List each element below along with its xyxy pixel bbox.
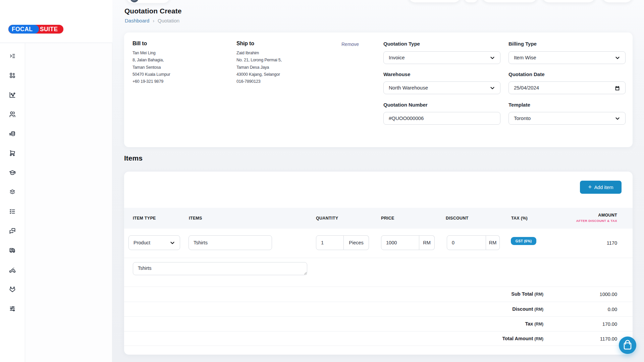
col-amount-title: AMOUNT bbox=[576, 213, 617, 218]
address-line: Tan Mei Ling bbox=[132, 50, 170, 57]
sidebar-item-delivery[interactable] bbox=[0, 260, 25, 280]
col-amount: AMOUNT AFTER DISCOUNT & TAX bbox=[576, 213, 617, 223]
template-label: Template bbox=[508, 102, 530, 108]
address-line: +60 19-321 9879 bbox=[132, 78, 170, 85]
divider bbox=[124, 316, 633, 317]
item-type-select[interactable]: Product bbox=[128, 235, 180, 250]
quotation-create-page: FOCAL SUITE bbox=[0, 0, 644, 362]
address-line: Taman Sentosa bbox=[132, 64, 170, 71]
subtotal-value: 1000.00 bbox=[600, 292, 617, 297]
address-line: 50470 Kuala Lumpur bbox=[132, 71, 170, 78]
add-item-button[interactable]: + Add item bbox=[580, 181, 622, 194]
discount-group: 0 RM bbox=[447, 235, 500, 250]
topbar-button-3[interactable] bbox=[482, 0, 538, 3]
items-section-heading: Items bbox=[124, 154, 143, 162]
sidebar-item-menu[interactable] bbox=[0, 46, 25, 66]
sidebar-item-reports[interactable] bbox=[0, 85, 25, 105]
bike-icon bbox=[9, 266, 16, 273]
divider bbox=[124, 258, 633, 258]
item-description-textarea[interactable] bbox=[133, 262, 307, 275]
stack-layers-icon bbox=[9, 189, 16, 195]
list-check-icon bbox=[9, 208, 16, 215]
logo-word-focal: FOCAL bbox=[12, 25, 33, 34]
col-quantity: QUANTITY bbox=[316, 216, 338, 221]
sidebar-item-dashboard[interactable] bbox=[0, 66, 25, 85]
shopping-bag-icon bbox=[619, 337, 636, 354]
shopping-cart-icon bbox=[9, 150, 16, 157]
divider bbox=[124, 331, 633, 331]
breadcrumb-dashboard-link[interactable]: Dashboard bbox=[125, 18, 149, 23]
topbar-button-2[interactable] bbox=[464, 0, 478, 3]
sidebar-item-messages[interactable] bbox=[0, 221, 25, 241]
sidebar-item-fleet[interactable] bbox=[0, 241, 25, 260]
breadcrumb-current: Quotation bbox=[158, 18, 179, 23]
calendar-icon bbox=[615, 86, 620, 90]
sidebar-item-tasks[interactable] bbox=[0, 202, 25, 221]
users-icon bbox=[9, 111, 16, 118]
quantity-group: 1 Pieces bbox=[316, 235, 369, 250]
ship-to-address: Zaid Ibrahim No. 21, Lorong Permai 5, Ta… bbox=[236, 50, 282, 85]
chevron-down-icon bbox=[490, 86, 494, 90]
total-label-unit: (RM) bbox=[534, 292, 543, 297]
col-item-type: ITEM TYPE bbox=[133, 216, 156, 221]
cell-value: 0 bbox=[452, 240, 454, 245]
quantity-unit-suffix: Pieces bbox=[344, 235, 369, 250]
item-name-input[interactable]: Tshirts bbox=[189, 235, 272, 250]
quantity-input[interactable]: 1 bbox=[316, 235, 344, 250]
user-menu-pill[interactable] bbox=[126, 0, 170, 3]
subtotal-label: Sub Total (RM) bbox=[511, 291, 543, 297]
sidebar-item-stack[interactable] bbox=[0, 182, 25, 202]
discount-input[interactable]: 0 bbox=[447, 235, 486, 250]
total-label-unit: (RM) bbox=[534, 337, 543, 341]
price-input[interactable]: 1000 bbox=[381, 235, 419, 250]
chevron-down-icon bbox=[490, 56, 494, 60]
total-label-text: Discount bbox=[512, 306, 533, 312]
bill-to-heading: Bill to bbox=[132, 41, 147, 47]
items-card: + Add item ITEM TYPE ITEMS QUANTITY PRIC… bbox=[124, 172, 633, 355]
sidebar-item-pos[interactable] bbox=[0, 143, 25, 163]
plus-icon: + bbox=[588, 184, 592, 190]
ambulance-truck-icon bbox=[9, 247, 16, 254]
template-select[interactable]: Toronto bbox=[508, 112, 626, 125]
address-line: 8, Jalan Bahagia, bbox=[132, 57, 170, 64]
col-items: ITEMS bbox=[189, 216, 202, 221]
remove-link[interactable]: Remove bbox=[341, 42, 359, 47]
topbar-button-5[interactable] bbox=[602, 0, 633, 3]
adjustments-sliders-icon bbox=[9, 305, 16, 312]
address-line: No. 21, Lorong Permai 5, bbox=[236, 57, 282, 64]
sidebar-item-gitlab[interactable] bbox=[0, 280, 25, 299]
address-line: Taman Desa Jaya bbox=[236, 64, 282, 71]
chevron-down-icon bbox=[170, 241, 174, 245]
focal-suite-logo[interactable]: FOCAL SUITE bbox=[8, 25, 63, 34]
tax-total-label: Tax (RM) bbox=[525, 321, 543, 326]
total-amount-label: Total Amount (RM) bbox=[502, 336, 543, 341]
topbar-button-4[interactable] bbox=[542, 0, 596, 3]
address-line: 43000 Kajang, Selangor bbox=[236, 71, 282, 78]
warehouse-select[interactable]: North Warehouse bbox=[383, 81, 500, 94]
amount-value: 1170 bbox=[607, 240, 617, 246]
quotation-type-select[interactable]: Invoice bbox=[383, 51, 500, 64]
col-amount-subnote: AFTER DISCOUNT & TAX bbox=[576, 219, 617, 223]
quotation-date-input[interactable]: 25/04/2024 bbox=[508, 81, 626, 94]
billing-type-select[interactable]: Item Wise bbox=[508, 51, 626, 64]
warehouse-label: Warehouse bbox=[383, 71, 410, 77]
messages-icon bbox=[9, 228, 16, 234]
sidebar-panel bbox=[25, 43, 112, 362]
page-title: Quotation Create bbox=[124, 7, 181, 15]
sidebar-rail bbox=[0, 43, 25, 362]
floating-cart-button[interactable] bbox=[619, 337, 636, 354]
total-label-unit: (RM) bbox=[534, 322, 543, 326]
topbar-button-1[interactable] bbox=[408, 0, 461, 3]
quotation-type-label: Quotation Type bbox=[383, 41, 420, 47]
total-label-unit: (RM) bbox=[534, 307, 543, 312]
total-amount-value: 1170.00 bbox=[600, 336, 617, 342]
breadcrumb-separator: › bbox=[153, 18, 154, 23]
sidebar-item-finance[interactable] bbox=[0, 124, 25, 143]
sidebar-item-settings[interactable] bbox=[0, 299, 25, 318]
sidebar-item-users[interactable] bbox=[0, 105, 25, 124]
gitlab-fox-icon bbox=[9, 286, 16, 293]
quotation-number-input[interactable]: #QUOO000006 bbox=[383, 112, 500, 125]
indent-menu-icon bbox=[9, 53, 16, 59]
field-value: Item Wise bbox=[514, 55, 536, 60]
sidebar-item-training[interactable] bbox=[0, 163, 25, 182]
